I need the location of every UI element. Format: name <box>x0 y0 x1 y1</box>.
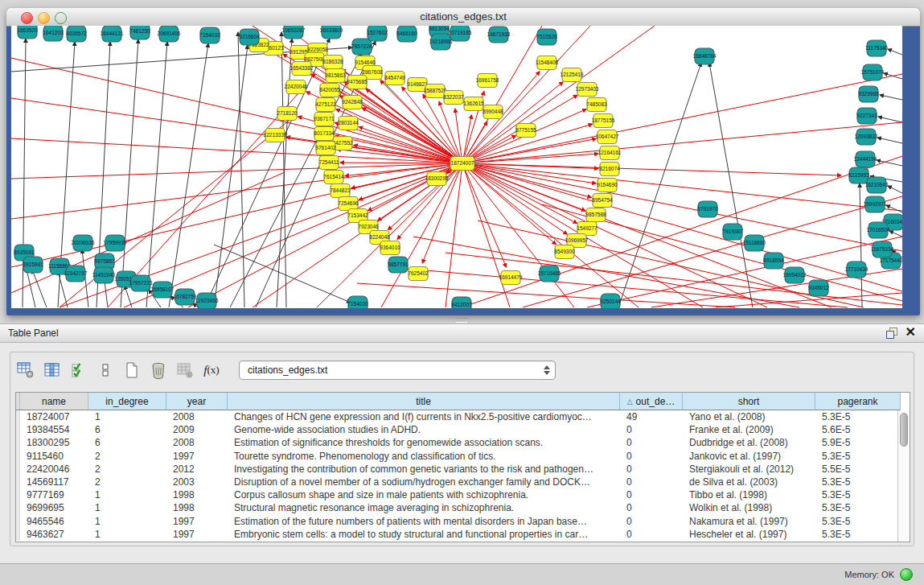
graph-node[interactable]: 16958107 <box>151 282 175 298</box>
table-cell[interactable]: Dudbridge et al. (2008) <box>683 437 815 448</box>
graph-node[interactable]: 20691406 <box>158 26 181 42</box>
graph-node[interactable]: 7919387 <box>722 224 743 240</box>
graph-node[interactable]: 11675334 <box>871 241 894 257</box>
graph-node[interactable]: 20206536 <box>72 235 95 251</box>
graph-node[interactable]: 18775155 <box>592 114 615 128</box>
splitter-grip-icon[interactable] <box>456 318 467 323</box>
table-row[interactable]: 969969511998Structural magnetic resonanc… <box>16 501 897 514</box>
network-canvas[interactable]: 8860123891295582260589827508165433828186… <box>11 26 902 308</box>
table-cell[interactable]: 0 <box>620 463 683 475</box>
table-cell[interactable]: 2008 <box>166 411 228 422</box>
close-panel-icon[interactable]: ✕ <box>906 326 916 339</box>
table-cell[interactable]: 18724007 <box>20 411 88 422</box>
table-row[interactable]: 911546021997Tourette syndrome. Phenomeno… <box>16 450 897 463</box>
graph-node[interactable]: 17710434 <box>845 262 869 278</box>
graph-node[interactable]: 8412007 <box>451 297 472 308</box>
table-cell[interactable]: 5.3E-5 <box>815 476 897 488</box>
graph-hub-node[interactable]: 18724007 <box>450 157 474 171</box>
table-cell[interactable]: 0 <box>620 451 683 462</box>
graph-node[interactable]: 9367171 <box>314 113 335 126</box>
table-cell[interactable]: Nakamura et al. (1997) <box>683 516 815 527</box>
table-cell[interactable]: Corpus callosum shape and size in male p… <box>228 489 620 501</box>
table-cell[interactable]: 5.3E-5 <box>815 489 897 501</box>
table-row[interactable]: 946362711997Embryonic stem cells: a mode… <box>16 528 897 541</box>
float-panel-icon[interactable] <box>886 327 897 338</box>
table-cell[interactable]: 1997 <box>166 516 228 527</box>
graph-node[interactable]: 2803144 <box>338 117 359 130</box>
table-cell[interactable]: Changes of HCN gene expression and I(f) … <box>228 411 620 422</box>
table-cell[interactable]: Investigating the contribution of common… <box>228 463 620 475</box>
graph-node[interactable]: 17957223 <box>129 275 153 291</box>
table-cell[interactable]: 5.3E-5 <box>815 529 897 540</box>
graph-node[interactable]: 7515526 <box>536 29 557 45</box>
table-cell[interactable]: 5.3E-5 <box>815 502 897 513</box>
graph-node[interactable]: 1641203 <box>43 26 64 41</box>
toggle-view-button[interactable] <box>95 360 116 381</box>
column-header-short[interactable]: short <box>683 393 815 410</box>
graph-node[interactable]: 9250144 <box>600 294 621 308</box>
table-cell[interactable]: 1997 <box>166 451 228 462</box>
graph-node[interactable]: 9216604 <box>239 29 260 45</box>
table-cell[interactable]: Tourette syndrome. Phenomenology and cla… <box>228 451 620 462</box>
table-cell[interactable]: 1 <box>88 516 166 527</box>
table-cell[interactable]: 1 <box>88 502 166 513</box>
memory-status-indicator[interactable] <box>900 568 913 581</box>
graph-node[interactable]: 8475685 <box>347 76 368 89</box>
column-header-out_de[interactable]: △out_de… <box>620 393 683 410</box>
graph-node[interactable]: 9242848 <box>342 96 363 109</box>
table-cell[interactable]: Disruption of a novel member of a sodium… <box>228 476 620 488</box>
table-row[interactable]: 1938455462009Genome-wide association stu… <box>16 423 897 436</box>
graph-node[interactable]: 8017334 <box>314 127 335 141</box>
table-cell[interactable]: 2008 <box>166 437 228 448</box>
select-columns-button[interactable] <box>42 360 63 381</box>
table-cell[interactable]: 2 <box>88 463 166 475</box>
graph-node[interactable]: 15751074 <box>861 64 885 80</box>
table-cell[interactable]: 2012 <box>166 463 228 475</box>
table-cell[interactable]: 2 <box>88 476 166 488</box>
table-cell[interactable]: 1997 <box>166 529 228 540</box>
table-cell[interactable]: 19384554 <box>20 424 88 435</box>
table-cell[interactable]: 5.9E-5 <box>815 437 897 448</box>
graph-node[interactable]: 15992971 <box>864 196 887 212</box>
new-table-button[interactable] <box>121 360 142 381</box>
graph-node[interactable]: 16782759 <box>174 289 197 305</box>
table-cell[interactable]: Franke et al. (2009) <box>683 424 815 435</box>
table-cell[interactable]: Jankovic et al. (1997) <box>683 451 815 462</box>
graph-node[interactable]: 16961758 <box>476 74 499 88</box>
graph-node[interactable]: 8918554 <box>763 253 784 269</box>
table-cell[interactable]: 2009 <box>166 424 228 435</box>
graph-node[interactable]: 10653287 <box>282 26 306 39</box>
graph-node[interactable]: 9857588 <box>585 208 606 222</box>
graph-node[interactable]: 8420055 <box>319 84 340 97</box>
graph-node[interactable]: 11548408 <box>536 56 559 70</box>
function-builder-button[interactable]: ff(x)(x) <box>201 360 222 381</box>
table-cell[interactable]: 9463627 <box>20 529 88 540</box>
graph-node[interactable]: 16543382 <box>290 62 314 76</box>
graph-node[interactable]: 8990448 <box>483 105 503 119</box>
table-cell[interactable]: 5.3E-5 <box>815 516 897 527</box>
table-cell[interactable]: 1 <box>88 411 166 422</box>
import-table-button-disabled[interactable] <box>175 360 195 381</box>
graph-node[interactable]: 7615414 <box>323 171 344 184</box>
table-cell[interactable]: 2003 <box>166 476 228 488</box>
table-cell[interactable]: 0 <box>620 529 683 540</box>
graph-node[interactable]: 16648784 <box>693 48 717 64</box>
graph-node[interactable]: 9329966 <box>858 86 879 102</box>
table-cell[interactable]: 5.3E-5 <box>815 411 897 422</box>
table-row[interactable]: 1872400712008Changes of HCN gene express… <box>16 410 897 423</box>
graph-node[interactable]: 8775155 <box>515 124 536 138</box>
table-cell[interactable]: 9115460 <box>20 451 88 462</box>
column-header-year[interactable]: year <box>166 393 228 410</box>
table-cell[interactable]: Embryonic stem cells: a model to study s… <box>228 529 620 540</box>
graph-node[interactable]: 9364010 <box>380 241 400 255</box>
table-cell[interactable]: 2 <box>88 451 166 462</box>
column-header-name[interactable]: name <box>20 393 88 410</box>
scrollbar-thumb[interactable] <box>900 413 908 447</box>
graph-node[interactable]: 1362615 <box>463 97 484 111</box>
column-header-title[interactable]: title <box>228 393 620 410</box>
table-cell[interactable]: 0 <box>620 437 683 448</box>
table-cell[interactable]: 9699695 <box>20 502 88 513</box>
table-cell[interactable]: 5.3E-5 <box>815 451 897 462</box>
table-cell[interactable]: Hescheler et al. (1997) <box>683 529 815 540</box>
table-selector-dropdown[interactable]: citations_edges.txt <box>239 360 556 380</box>
